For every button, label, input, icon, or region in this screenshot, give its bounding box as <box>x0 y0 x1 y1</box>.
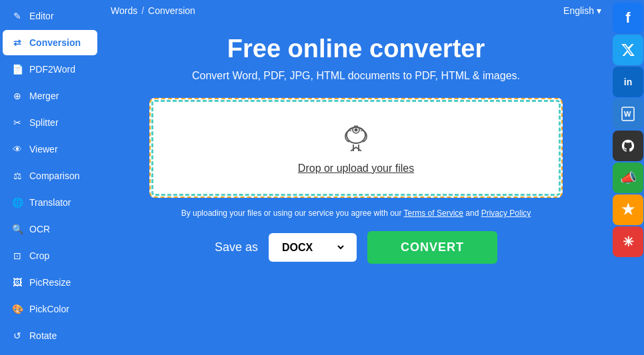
sidebar-item-rotate[interactable]: ↺ Rotate <box>3 323 97 348</box>
content-area: Free online converter Convert Word, PDF,… <box>100 21 612 355</box>
language-selector[interactable]: English ▾ <box>563 5 601 16</box>
breadcrumb: Words / Conversion <box>111 5 195 16</box>
page-title: Free online converter <box>227 35 485 63</box>
format-select-input[interactable]: DOCX PDF HTML JPG PNG <box>279 241 346 254</box>
topbar: Words / Conversion English ▾ <box>100 0 612 21</box>
rotate-icon: ↺ <box>11 329 24 342</box>
conversion-icon: ⇄ <box>11 36 24 49</box>
star-button[interactable]: ★ <box>613 194 643 225</box>
svg-point-6 <box>355 128 358 131</box>
sidebar-item-pickcolor[interactable]: 🎨 PickColor <box>3 296 97 322</box>
ocr-icon: 🔍 <box>11 222 24 236</box>
picresize-icon: 🖼 <box>11 276 24 289</box>
github-button[interactable] <box>613 131 643 161</box>
social-bar: f in W 📣 ★ ✳ <box>612 0 644 355</box>
terms-of-service-link[interactable]: Terms of Service <box>404 208 463 218</box>
merger-icon: ⊕ <box>11 89 24 103</box>
dropzone[interactable]: Drop or upload your files <box>149 98 563 198</box>
terms-text: By uploading your files or using our ser… <box>181 208 531 218</box>
save-as-label: Save as <box>215 240 258 254</box>
breadcrumb-conversion[interactable]: Conversion <box>148 5 195 16</box>
svg-text:W: W <box>624 110 631 118</box>
snowflake-button[interactable]: ✳ <box>613 226 643 257</box>
sidebar-item-merger[interactable]: ⊕ Merger <box>3 83 97 109</box>
language-label: English <box>563 5 594 16</box>
crop-icon: ⊡ <box>11 249 24 262</box>
linkedin-button[interactable]: in <box>613 67 643 97</box>
sidebar-item-picresize[interactable]: 🖼 PicResize <box>3 270 97 295</box>
pickcolor-icon: 🎨 <box>11 302 24 316</box>
facebook-button[interactable]: f <box>613 3 643 33</box>
sidebar-item-crop[interactable]: ⊡ Crop <box>3 243 97 268</box>
editor-icon: ✎ <box>11 9 24 23</box>
sidebar-item-editor[interactable]: ✎ Editor <box>3 3 97 29</box>
viewer-icon: 👁 <box>11 143 24 156</box>
splitter-icon: ✂ <box>11 116 24 129</box>
convert-button[interactable]: CONVERT <box>367 231 497 264</box>
sidebar-item-pdf2word[interactable]: 📄 PDF2Word <box>3 57 97 82</box>
sidebar-item-compress[interactable]: ⊙ Compress <box>3 350 97 355</box>
sidebar-item-conversion[interactable]: ⇄ Conversion <box>3 30 97 55</box>
sidebar-item-translator[interactable]: 🌐 Translator <box>3 190 97 215</box>
sidebar: ✎ Editor ⇄ Conversion 📄 PDF2Word ⊕ Merge… <box>0 0 100 355</box>
dropzone-text[interactable]: Drop or upload your files <box>298 163 414 175</box>
translator-icon: 🌐 <box>11 196 24 209</box>
language-arrow-icon: ▾ <box>597 5 601 16</box>
word-button[interactable]: W <box>613 99 643 129</box>
privacy-policy-link[interactable]: Privacy Policy <box>481 208 531 218</box>
comparison-icon: ⚖ <box>11 169 24 182</box>
sidebar-item-viewer[interactable]: 👁 Viewer <box>3 137 97 162</box>
breadcrumb-words[interactable]: Words <box>111 5 137 16</box>
sidebar-item-ocr[interactable]: 🔍 OCR <box>3 216 97 242</box>
sidebar-item-comparison[interactable]: ⚖ Comparison <box>3 163 97 188</box>
breadcrumb-separator: / <box>141 5 144 16</box>
twitter-button[interactable] <box>613 35 643 65</box>
sidebar-item-splitter[interactable]: ✂ Splitter <box>3 110 97 135</box>
pdf2word-icon: 📄 <box>11 63 24 76</box>
controls: Save as DOCX PDF HTML JPG PNG CONVERT <box>215 231 497 264</box>
upload-icon <box>339 122 373 157</box>
megaphone-button[interactable]: 📣 <box>613 163 643 193</box>
main-content: Words / Conversion English ▾ Free online… <box>100 0 612 355</box>
format-selector[interactable]: DOCX PDF HTML JPG PNG <box>269 233 357 262</box>
page-subtitle: Convert Word, PDF, JPG, HTML documents t… <box>192 70 520 82</box>
